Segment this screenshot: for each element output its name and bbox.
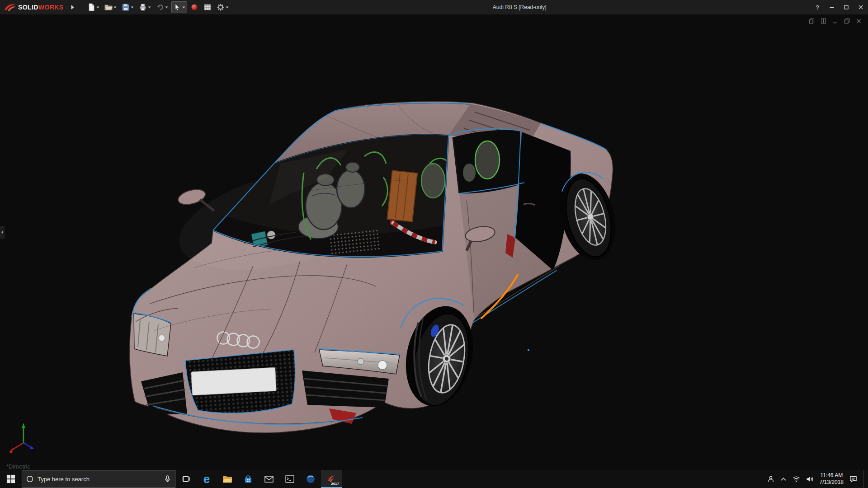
help-glyph: ? bbox=[816, 4, 819, 11]
minimize-button[interactable] bbox=[825, 0, 839, 14]
action-center-icon[interactable] bbox=[849, 475, 857, 483]
open-folder-icon bbox=[104, 3, 113, 11]
ds-logo-icon bbox=[4, 3, 16, 12]
chevron-down-icon[interactable] bbox=[165, 6, 168, 9]
solidworks-window: SOLIDWORKS bbox=[0, 0, 868, 488]
red-status-button[interactable] bbox=[189, 1, 200, 13]
window-controls: ? bbox=[810, 0, 868, 14]
expand-right-icon bbox=[71, 5, 75, 10]
clock-time: 11:46 AM bbox=[820, 472, 843, 479]
start-button[interactable] bbox=[0, 470, 22, 488]
chevron-down-icon[interactable] bbox=[182, 6, 185, 9]
new-document-icon bbox=[87, 3, 95, 11]
help-button[interactable]: ? bbox=[810, 0, 825, 14]
maximize-icon bbox=[844, 5, 849, 10]
blue-vertex-dot[interactable] bbox=[528, 349, 529, 351]
task-view-icon bbox=[181, 474, 190, 483]
edge-browser-button[interactable]: e bbox=[196, 470, 217, 488]
windows-taskbar: e bbox=[0, 470, 868, 488]
mail-icon bbox=[264, 474, 274, 483]
chevron-down-icon[interactable] bbox=[226, 6, 229, 9]
maximize-button[interactable] bbox=[839, 0, 854, 14]
open-button[interactable] bbox=[103, 1, 118, 13]
seat-through-side-window bbox=[475, 141, 500, 179]
doc-tile-icon[interactable] bbox=[821, 18, 826, 24]
chevron-down-icon[interactable] bbox=[96, 6, 99, 9]
orientation-triad bbox=[9, 423, 34, 453]
select-cursor-icon bbox=[173, 3, 181, 11]
quick-access-toolbar bbox=[85, 1, 231, 13]
search-input[interactable] bbox=[38, 476, 160, 483]
volume-icon[interactable] bbox=[806, 476, 814, 483]
doc-minimize-icon[interactable] bbox=[832, 18, 838, 24]
design-table-icon bbox=[203, 3, 212, 11]
mail-button[interactable] bbox=[259, 470, 279, 488]
tray-clock[interactable]: 11:46 AM 7/13/2018 bbox=[820, 472, 844, 486]
save-floppy-icon bbox=[122, 3, 130, 11]
show-desktop-button[interactable] bbox=[863, 470, 865, 488]
store-icon bbox=[244, 474, 253, 483]
undo-button[interactable] bbox=[154, 1, 170, 13]
close-icon bbox=[858, 5, 863, 10]
people-icon[interactable] bbox=[767, 475, 774, 483]
chevron-down-icon[interactable] bbox=[131, 6, 134, 9]
options-gear-icon bbox=[217, 3, 225, 11]
doc-cascade-icon[interactable] bbox=[809, 18, 815, 24]
doc-restore-icon[interactable] bbox=[844, 18, 850, 24]
task-view-button[interactable] bbox=[175, 470, 196, 488]
cortana-icon bbox=[26, 475, 34, 483]
windows-logo-icon bbox=[6, 474, 15, 483]
wifi-icon[interactable] bbox=[793, 476, 800, 483]
blue-sphere-app-icon bbox=[306, 474, 316, 484]
taskbar-search-box[interactable] bbox=[22, 470, 175, 488]
solidworks-brand: SOLIDWORKS bbox=[0, 3, 66, 12]
window-title: Audi R8 S [Read-only] bbox=[231, 4, 808, 10]
menu-expand-arrow[interactable] bbox=[66, 5, 79, 10]
select-tool-button[interactable] bbox=[171, 1, 187, 13]
system-tray: 11:46 AM 7/13/2018 bbox=[767, 470, 868, 488]
undo-icon bbox=[156, 3, 164, 11]
car-model[interactable] bbox=[130, 102, 624, 433]
store-button[interactable] bbox=[238, 470, 259, 488]
file-explorer-button[interactable] bbox=[217, 470, 238, 488]
tray-expand-chevron-icon[interactable] bbox=[780, 476, 787, 482]
titlebar: SOLIDWORKS bbox=[0, 0, 868, 14]
terminal-button[interactable] bbox=[279, 470, 300, 488]
design-table-button[interactable] bbox=[202, 1, 213, 13]
red-status-icon bbox=[190, 3, 198, 11]
graphics-area[interactable]: *Dimetric bbox=[0, 14, 868, 470]
3d-viewport-canvas[interactable] bbox=[0, 14, 868, 470]
doc-close-icon[interactable] bbox=[856, 18, 862, 24]
file-explorer-icon bbox=[222, 474, 232, 483]
license-plate[interactable] bbox=[191, 367, 276, 395]
edrawings-button[interactable] bbox=[300, 470, 321, 488]
save-button[interactable] bbox=[120, 1, 136, 13]
side-window[interactable] bbox=[453, 130, 524, 194]
minimize-icon bbox=[829, 5, 835, 10]
microphone-icon[interactable] bbox=[163, 475, 171, 483]
new-document-button[interactable] bbox=[85, 1, 101, 13]
view-orientation-label: *Dimetric bbox=[6, 463, 30, 470]
edge-icon: e bbox=[203, 473, 210, 485]
chevron-down-icon[interactable] bbox=[113, 6, 117, 9]
feature-panel-expander[interactable] bbox=[0, 226, 5, 239]
document-window-controls bbox=[809, 18, 862, 24]
print-button[interactable] bbox=[137, 1, 153, 13]
solidworks-year-badge: 2017 bbox=[331, 482, 339, 486]
expand-left-icon bbox=[1, 230, 4, 235]
terminal-icon bbox=[285, 474, 295, 483]
chevron-down-icon[interactable] bbox=[148, 6, 151, 9]
options-button[interactable] bbox=[215, 1, 231, 13]
solidworks-app-button[interactable]: 2017 bbox=[321, 470, 342, 488]
close-button[interactable] bbox=[854, 0, 868, 14]
brand-text: SOLIDWORKS bbox=[18, 4, 63, 11]
clock-date: 7/13/2018 bbox=[820, 479, 844, 486]
print-icon bbox=[139, 3, 147, 11]
